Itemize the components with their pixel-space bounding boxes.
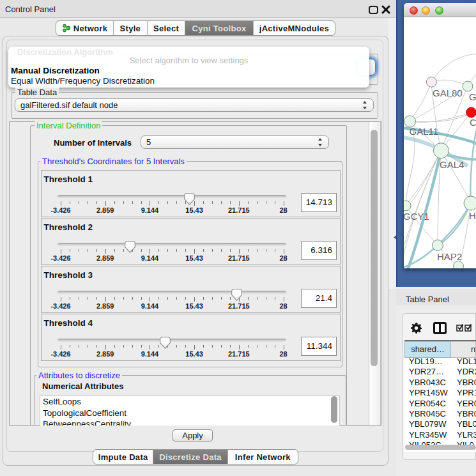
svg-text:C: C	[470, 117, 476, 128]
svg-text:GAL80: GAL80	[433, 88, 463, 98]
svg-text:GAL11: GAL11	[410, 126, 439, 137]
svg-text:H: H	[469, 210, 476, 221]
svg-text:GAL4: GAL4	[440, 159, 464, 170]
svg-text:GA: GA	[469, 91, 476, 102]
svg-text:HAP2: HAP2	[437, 251, 462, 262]
svg-text:GCY1: GCY1	[404, 211, 429, 222]
